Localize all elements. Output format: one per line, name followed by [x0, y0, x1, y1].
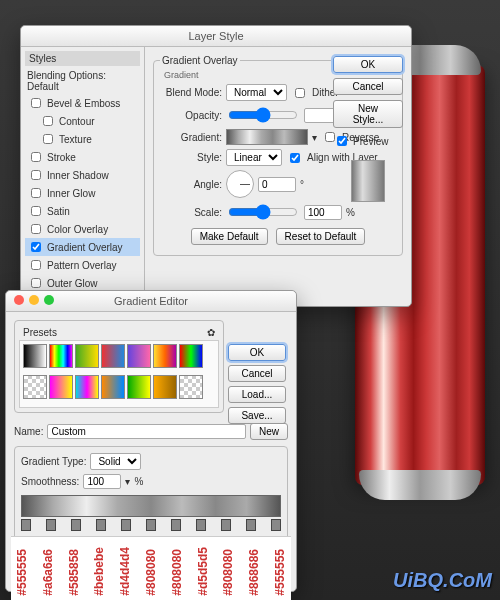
make-default-button[interactable]: Make Default	[191, 228, 268, 245]
minimize-icon[interactable]	[29, 295, 39, 305]
reset-default-button[interactable]: Reset to Default	[276, 228, 366, 245]
smoothness-input[interactable]	[83, 474, 121, 489]
smoothness-label: Smoothness:	[21, 476, 79, 487]
style-item-bevel-emboss[interactable]: Bevel & Emboss	[25, 94, 140, 112]
style-checkbox[interactable]	[31, 242, 41, 252]
color-stop[interactable]	[21, 519, 31, 531]
name-input[interactable]	[47, 424, 246, 439]
new-button[interactable]: New	[250, 423, 288, 440]
color-stop[interactable]	[121, 519, 131, 531]
blending-options-row[interactable]: Blending Options: Default	[25, 68, 140, 94]
color-stop[interactable]	[146, 519, 156, 531]
style-checkbox[interactable]	[31, 260, 41, 270]
dropdown-icon[interactable]: ▾	[312, 132, 317, 143]
style-item-pattern-overlay[interactable]: Pattern Overlay	[25, 256, 140, 274]
gradient-editor-dialog: Gradient Editor Presets✿ OK Cancel Load.…	[5, 290, 297, 592]
opacity-label: Opacity:	[160, 110, 222, 121]
scale-slider[interactable]	[228, 204, 298, 220]
align-checkbox[interactable]	[290, 153, 300, 163]
color-stop[interactable]	[271, 519, 281, 531]
angle-input[interactable]	[258, 177, 296, 192]
ge-load-button[interactable]: Load...	[228, 386, 286, 403]
opacity-slider[interactable]	[228, 107, 298, 123]
color-code: #bebebe	[92, 547, 106, 596]
preset-swatch[interactable]	[49, 375, 73, 399]
presets-label: Presets	[23, 327, 57, 338]
dither-checkbox[interactable]	[295, 88, 305, 98]
color-stop[interactable]	[71, 519, 81, 531]
gradient-type-select[interactable]: Solid	[90, 453, 141, 470]
color-stop[interactable]	[246, 519, 256, 531]
gradient-label: Gradient:	[160, 132, 222, 143]
style-item-texture[interactable]: Texture	[25, 130, 140, 148]
ok-button[interactable]: OK	[333, 56, 403, 73]
layer-style-dialog: Layer Style Styles Blending Options: Def…	[20, 25, 412, 307]
gradient-bar[interactable]	[21, 495, 281, 517]
preset-swatches	[19, 340, 219, 408]
style-checkbox[interactable]	[31, 170, 41, 180]
style-checkbox[interactable]	[43, 116, 53, 126]
new-style-button[interactable]: New Style...	[333, 100, 403, 128]
color-stop[interactable]	[46, 519, 56, 531]
preset-swatch[interactable]	[75, 344, 99, 368]
preset-swatch[interactable]	[101, 375, 125, 399]
watermark: UiBQ.CoM	[393, 569, 492, 592]
traffic-lights	[14, 295, 54, 305]
color-stop[interactable]	[221, 519, 231, 531]
color-stop[interactable]	[171, 519, 181, 531]
color-code: #808080	[170, 547, 184, 596]
style-checkbox[interactable]	[31, 224, 41, 234]
style-item-gradient-overlay[interactable]: Gradient Overlay	[25, 238, 140, 256]
preview-label: Preview	[353, 136, 389, 147]
preset-swatch[interactable]	[23, 344, 47, 368]
color-stop[interactable]	[96, 519, 106, 531]
preset-swatch[interactable]	[153, 375, 177, 399]
zoom-icon[interactable]	[44, 295, 54, 305]
cancel-button[interactable]: Cancel	[333, 78, 403, 95]
preset-swatch[interactable]	[179, 344, 203, 368]
angle-label: Angle:	[160, 179, 222, 190]
blend-mode-select[interactable]: Normal	[226, 84, 287, 101]
color-code: #808080	[144, 547, 158, 596]
style-item-contour[interactable]: Contour	[25, 112, 140, 130]
style-item-inner-shadow[interactable]: Inner Shadow	[25, 166, 140, 184]
styles-header: Styles	[25, 51, 140, 66]
ge-cancel-button[interactable]: Cancel	[228, 365, 286, 382]
ge-ok-button[interactable]: OK	[228, 344, 286, 361]
preset-swatch[interactable]	[127, 375, 151, 399]
style-select[interactable]: Linear	[226, 149, 282, 166]
style-checkbox[interactable]	[31, 278, 41, 288]
style-item-satin[interactable]: Satin	[25, 202, 140, 220]
preview-checkbox[interactable]	[337, 136, 347, 146]
style-checkbox[interactable]	[31, 98, 41, 108]
preset-swatch[interactable]	[23, 375, 47, 399]
color-stop[interactable]	[196, 519, 206, 531]
group-legend: Gradient Overlay	[160, 55, 240, 66]
preset-swatch[interactable]	[153, 344, 177, 368]
styles-sidebar: Styles Blending Options: Default Bevel &…	[21, 47, 145, 305]
preset-swatch[interactable]	[179, 375, 203, 399]
gradient-type-label: Gradient Type:	[21, 456, 86, 467]
style-item-stroke[interactable]: Stroke	[25, 148, 140, 166]
preset-swatch[interactable]	[49, 344, 73, 368]
name-label: Name:	[14, 426, 43, 437]
layer-style-titlebar: Layer Style	[21, 26, 411, 47]
style-checkbox[interactable]	[31, 152, 41, 162]
color-code: #808080	[221, 547, 235, 596]
style-checkbox[interactable]	[31, 188, 41, 198]
color-code: #555555	[15, 547, 29, 596]
style-checkbox[interactable]	[43, 134, 53, 144]
gradient-swatch[interactable]	[226, 129, 308, 145]
gear-icon[interactable]: ✿	[207, 327, 215, 338]
style-checkbox[interactable]	[31, 206, 41, 216]
gradient-stops	[21, 519, 281, 531]
dropdown-icon[interactable]: ▾	[125, 476, 130, 487]
style-item-inner-glow[interactable]: Inner Glow	[25, 184, 140, 202]
angle-dial[interactable]	[226, 170, 254, 198]
close-icon[interactable]	[14, 295, 24, 305]
preset-swatch[interactable]	[101, 344, 125, 368]
ge-save-button[interactable]: Save...	[228, 407, 286, 424]
preset-swatch[interactable]	[127, 344, 151, 368]
preset-swatch[interactable]	[75, 375, 99, 399]
style-item-color-overlay[interactable]: Color Overlay	[25, 220, 140, 238]
